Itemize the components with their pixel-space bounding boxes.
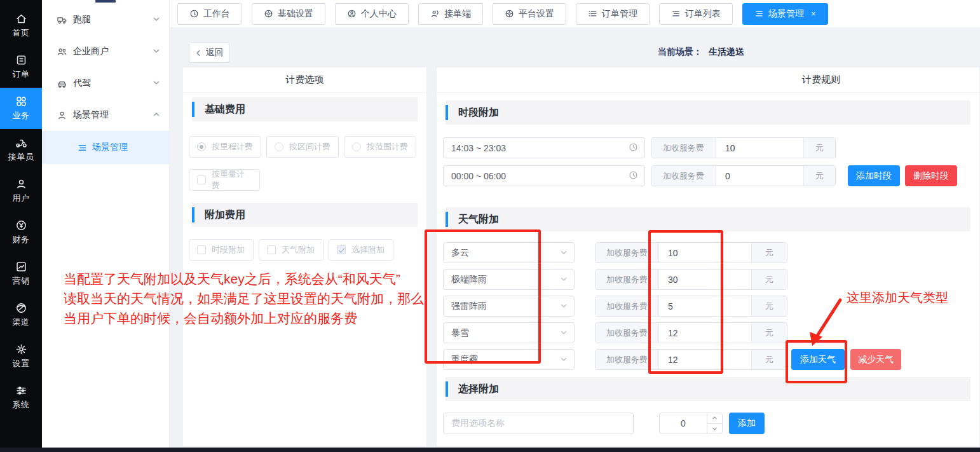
gear-icon [264, 9, 273, 18]
close-icon[interactable]: × [811, 9, 816, 18]
fee-unit: 元 [751, 350, 787, 369]
fee-unit: 元 [751, 243, 787, 263]
weather-fee-group-2: 加收服务费 30 元 [595, 269, 787, 290]
submenu-scene-management[interactable]: 场景管理 [42, 99, 170, 131]
back-button[interactable]: 返回 [189, 43, 229, 63]
sidebar-item-business[interactable]: 业务 [0, 88, 42, 129]
checkbox-checked-icon [337, 245, 346, 254]
fee-input[interactable]: 12 [659, 323, 751, 343]
tab-scene-management-active[interactable]: 场景管理 × [742, 3, 828, 25]
submenu-label: 企业商户 [73, 46, 109, 57]
person-pin-icon [347, 9, 357, 18]
clock-icon [629, 142, 638, 154]
tab-profile-center[interactable]: 个人中心 [335, 3, 409, 25]
tab-courier-terminal[interactable]: 接单端 [418, 3, 483, 25]
submenu-active-label: 场景管理 [92, 142, 128, 153]
channel-icon [15, 302, 27, 314]
time-extra-section-header: 时段附加 [446, 100, 970, 125]
sidebar-item-orders[interactable]: 订单 [0, 46, 42, 88]
fee-input[interactable]: 0 [716, 166, 803, 186]
add-weather-button[interactable]: 添加天气 [791, 349, 845, 370]
sidebar-item-couriers[interactable]: 接单员 [0, 129, 42, 170]
checkbox-time-extra[interactable]: 时段附加 [189, 239, 254, 261]
sidebar-item-system[interactable]: 系统 [0, 377, 42, 418]
fee-input[interactable]: 5 [659, 296, 751, 316]
tab-order-list[interactable]: 订单列表 [659, 3, 733, 25]
submenu-merchants[interactable]: 企业商户 [42, 36, 170, 67]
menu-lines-icon [78, 143, 87, 153]
weather-type-value: 多云 [451, 247, 469, 259]
primary-sidebar: 首页 订单 业务 接单员 用户 财务 营销 渠道 [0, 0, 42, 452]
fee-input[interactable]: 10 [716, 138, 803, 158]
submenu-item-scene-management-active[interactable]: 场景管理 [42, 131, 170, 164]
add-time-button[interactable]: 添加时段 [848, 165, 900, 186]
fee-input[interactable]: 12 [659, 350, 751, 369]
stepper-arrows [707, 413, 722, 434]
radio-label: 按区间计费 [289, 141, 330, 153]
add-option-button[interactable]: 添加 [729, 413, 765, 434]
radio-label: 按范围计费 [367, 141, 408, 153]
chevron-down-icon [560, 301, 568, 312]
fee-input[interactable]: 10 [659, 243, 751, 263]
sidebar-item-finance[interactable]: 财务 [0, 212, 42, 253]
secondary-sidebar: 跑腿 企业商户 代驾 场景管理 场景管理 [42, 0, 170, 452]
time-fee-group-1: 加收服务费 10 元 [651, 137, 836, 158]
fee-option-name-placeholder: 费用选项名称 [451, 418, 505, 429]
section-title: 基础费用 [205, 103, 245, 116]
radio-by-interval[interactable]: 按区间计费 [266, 136, 339, 158]
sidebar-item-marketing[interactable]: 营销 [0, 253, 42, 294]
car-icon [57, 78, 67, 89]
tab-order-management[interactable]: 订单管理 [576, 3, 650, 25]
current-scene-value: 生活递送 [709, 46, 744, 57]
checkbox-select-extra[interactable]: 选择附加 [329, 239, 393, 261]
chevron-down-icon [153, 46, 160, 57]
base-fee-section-header: 基础费用 [192, 97, 418, 121]
tab-bar: 工作台 基础设置 个人中心 接单端 平台设置 订单管理 订单列表 场景管理 [170, 0, 980, 28]
dashboard-icon [189, 9, 199, 18]
business-grid-icon [15, 95, 27, 107]
sidebar-item-channels[interactable]: 渠道 [0, 294, 42, 336]
sidebar-item-label: 系统 [13, 399, 30, 411]
checkbox-label: 时段附加 [212, 244, 245, 256]
sidebar-item-settings[interactable]: 设置 [0, 336, 42, 377]
fee-unit: 元 [751, 270, 787, 289]
time-range-input-2[interactable]: 00:00 ~ 06:00 [443, 165, 645, 186]
chevron-down-icon [153, 15, 160, 25]
weather-type-select-2[interactable]: 极端降雨 [443, 269, 575, 290]
remove-time-button[interactable]: 删除时段 [905, 165, 957, 186]
checkbox-by-weight[interactable]: 按重量计费 [189, 169, 260, 191]
radio-icon [275, 142, 283, 151]
tab-workbench[interactable]: 工作台 [177, 3, 242, 25]
time-fee-group-2: 加收服务费 0 元 [651, 165, 836, 186]
weather-type-select-5[interactable]: 重度霾 [443, 349, 575, 370]
remove-weather-button[interactable]: 减少天气 [850, 349, 901, 370]
sidebar-item-label: 设置 [13, 358, 30, 369]
radio-by-range[interactable]: 按范围计费 [344, 136, 416, 158]
tab-platform-settings[interactable]: 平台设置 [493, 3, 566, 25]
menu-lines-icon [754, 9, 764, 18]
stepper-up[interactable] [707, 413, 722, 424]
time-range-input-1[interactable]: 14:03 ~ 23:03 [443, 137, 645, 158]
submenu-driving[interactable]: 代驾 [42, 67, 170, 99]
radio-icon [352, 142, 361, 151]
sidebar-item-home[interactable]: 首页 [0, 5, 42, 46]
tab-basic-settings[interactable]: 基础设置 [252, 3, 325, 25]
checkbox-weather-extra[interactable]: 天气附加 [259, 239, 323, 261]
fee-amount-stepper[interactable]: 0 [659, 413, 723, 434]
stepper-down[interactable] [707, 424, 722, 434]
weather-type-select-4[interactable]: 暴雪 [443, 322, 575, 343]
fee-input[interactable]: 30 [659, 270, 751, 289]
fee-option-name-input[interactable]: 费用选项名称 [443, 413, 634, 434]
radio-label: 按里程计费 [212, 141, 253, 153]
radio-by-distance[interactable]: 按里程计费 [189, 136, 261, 158]
current-scene: 当前场景：生活递送 [658, 46, 744, 58]
radio-icon [197, 142, 206, 151]
main-content: 返回 当前场景：生活递送 计费选项 基础费用 按里程计费 按区间计费 按范围计费 [170, 28, 980, 448]
sidebar-item-label: 用户 [13, 193, 30, 204]
weather-type-select-1[interactable]: 多云 [443, 242, 575, 263]
sidebar-item-users[interactable]: 用户 [0, 170, 42, 212]
person-signal-icon [430, 9, 440, 18]
checkbox-label: 天气附加 [282, 244, 315, 256]
weather-type-select-3[interactable]: 强雷阵雨 [443, 296, 575, 317]
submenu-errand[interactable]: 跑腿 [42, 4, 170, 36]
